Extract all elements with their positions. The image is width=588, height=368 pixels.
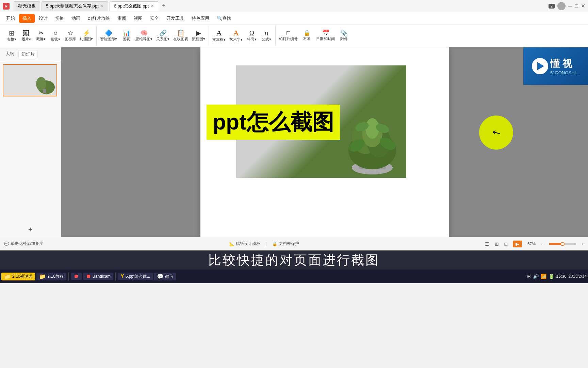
attach-button[interactable]: 📎 附件	[337, 29, 351, 42]
toolbar-group-slidenum: □ 幻灯片编号 🔒 对象 📅 日期和时间 📎 附件	[276, 26, 353, 46]
menu-insert[interactable]: 插入	[19, 14, 35, 23]
bandicam-icon: ⏺	[86, 273, 91, 279]
tab-ppt5[interactable]: 5.ppt录制视频怎么保存.ppt ✕	[42, 1, 108, 11]
menu-view[interactable]: 视图	[130, 14, 146, 23]
menu-animation[interactable]: 动画	[68, 14, 84, 23]
window-controls: 2 ─ □ ✕	[549, 2, 585, 10]
taskbar-item-tutorial[interactable]: 📁 2.10教程	[36, 273, 66, 280]
svg-rect-2	[43, 89, 46, 93]
design-status: 📐 稿纸设计模板	[229, 241, 260, 247]
online-chart-button[interactable]: 📋 在线图表	[172, 29, 190, 42]
menu-search[interactable]: 🔍查找	[213, 14, 234, 23]
screenshot-label: 截屏▾	[36, 36, 46, 42]
taskbar-item-wechat[interactable]: 💬 微信	[154, 273, 176, 280]
sidebar-tab-slides[interactable]: 幻灯片	[18, 50, 38, 58]
add-slide-button[interactable]: +	[28, 225, 33, 234]
zoom-in-button[interactable]: +	[582, 242, 584, 246]
view-grid-icon[interactable]: ⊞	[495, 241, 499, 247]
menu-transition[interactable]: 切换	[52, 14, 67, 23]
menu-special[interactable]: 特色应用	[188, 14, 213, 23]
close-icon[interactable]: ✕	[581, 3, 585, 9]
flowchart-icon: ▶	[196, 30, 201, 36]
datetime-button[interactable]: 📅 日期和时间	[315, 29, 336, 42]
tab-template[interactable]: 稻壳模板	[14, 1, 40, 11]
app-body: 大纲 幻灯片 +	[0, 47, 588, 237]
record-icon-1: ⏺	[74, 273, 79, 279]
chart-button[interactable]: 📊 图表	[119, 29, 133, 42]
folder-yellow-icon: 📁	[4, 273, 11, 280]
table-icon: ⊞	[9, 30, 15, 36]
image-button[interactable]: 🖼 图片▾	[19, 29, 33, 43]
ribbon: 开始 插入 设计 切换 动画 幻灯片放映 审阅 视图 安全 开发工具 特色应用 …	[0, 12, 588, 47]
play-button[interactable]: ▶	[513, 241, 522, 247]
tab-template-label: 稻壳模板	[18, 3, 36, 9]
arttext-button[interactable]: A 艺术字▾	[228, 29, 244, 43]
table-button[interactable]: ⊞ 表格▾	[5, 29, 18, 43]
textbox-label: 文本框▾	[212, 37, 226, 42]
funcmap-button[interactable]: ⚡ 功能图▾	[78, 29, 94, 42]
relation-button[interactable]: 🔗 关系图▾	[155, 29, 171, 42]
object-button[interactable]: 🔒 对象	[300, 30, 314, 42]
mindmap-icon: 🧠	[140, 30, 148, 36]
zoom-out-button[interactable]: −	[541, 242, 543, 246]
view-normal-icon[interactable]: ☰	[485, 241, 489, 247]
brand-text: 懂 视 51DONGSHI...	[550, 57, 579, 75]
menu-developer[interactable]: 开发工具	[163, 14, 187, 23]
slidenum-button[interactable]: □ 幻灯片编号	[278, 29, 299, 42]
protection-icon: 🔓	[272, 242, 277, 246]
attach-label: 附件	[340, 36, 348, 42]
comment-icon: 💬	[4, 242, 9, 246]
tab-ppt6[interactable]: 6.ppt怎么截图.ppt ✕	[110, 1, 159, 11]
minimize-icon[interactable]: ─	[568, 3, 572, 9]
user-avatar[interactable]	[557, 2, 566, 10]
zoom-slider[interactable]	[549, 243, 576, 245]
symbol-button[interactable]: Ω 符号▾	[245, 29, 259, 43]
menu-slideshow[interactable]: 幻灯片放映	[84, 14, 113, 23]
sidebar: 大纲 幻灯片 +	[0, 47, 61, 237]
tab-ppt6-close[interactable]: ✕	[151, 4, 154, 8]
add-note-area[interactable]: 💬 单击此处添加备注	[4, 241, 43, 247]
iconlib-button[interactable]: ☆ 图标库	[63, 29, 77, 42]
taskbar-item-ppt[interactable]: Y 6.ppt怎么截...	[118, 273, 153, 280]
mindmap-label: 思维导图▾	[135, 36, 152, 42]
flowchart-button[interactable]: ▶ 流程图▾	[191, 29, 207, 42]
zoom-handle[interactable]	[560, 242, 565, 246]
slide-title-text: ppt怎么截图	[213, 107, 334, 137]
toolbar-row-diagram: 🔷 智能图形▾ 📊 图表 🧠 思维导图▾ 🔗 关系图▾ 📋 在线图	[99, 29, 207, 42]
view-present-icon[interactable]: □	[504, 241, 507, 247]
sidebar-tab-outline[interactable]: 大纲	[3, 50, 17, 58]
menu-review[interactable]: 审阅	[114, 14, 130, 23]
tab-ppt5-close[interactable]: ✕	[101, 4, 104, 9]
slide-thumbnail-1[interactable]	[3, 64, 57, 96]
yellow-cursor-indicator: ↖	[479, 116, 513, 150]
sys-icon-1: ⊞	[527, 274, 531, 279]
menu-start[interactable]: 开始	[3, 14, 18, 23]
screenshot-button[interactable]: ✂ 截屏▾	[34, 29, 48, 42]
canvas-area: 懂 视 51DONGSHI...	[61, 47, 588, 237]
chart-label: 图表	[122, 36, 130, 42]
wechat-icon: 💬	[157, 273, 164, 280]
brand-chinese-text: 懂 视	[550, 57, 579, 70]
toolbar-group-diagram: 🔷 智能图形▾ 📊 图表 🧠 思维导图▾ 🔗 关系图▾ 📋 在线图	[97, 26, 209, 46]
smart-diagram-button[interactable]: 🔷 智能图形▾	[99, 29, 118, 42]
mindmap-button[interactable]: 🧠 思维导图▾	[134, 29, 154, 42]
toolbar-row: ⊞ 表格▾ 🖼 图片▾ ✂ 截屏▾ ○ 形状▾ ☆ 图标库	[5, 29, 94, 43]
menu-design[interactable]: 设计	[35, 14, 51, 23]
maximize-icon[interactable]: □	[575, 3, 578, 9]
brand-play-icon	[537, 62, 544, 70]
folder-dark-icon: 📁	[39, 273, 46, 280]
new-tab-button[interactable]: +	[160, 2, 168, 10]
shape-button[interactable]: ○ 形状▾	[49, 29, 62, 43]
slide-list	[0, 61, 61, 223]
formula-button[interactable]: π 公式▾	[260, 29, 273, 43]
menu-security[interactable]: 安全	[147, 14, 162, 23]
textbox-button[interactable]: A 文本框▾	[211, 29, 227, 43]
menu-bar: 开始 插入 设计 切换 动画 幻灯片放映 审阅 视图 安全 开发工具 特色应用 …	[0, 12, 588, 25]
taskbar-item-notes[interactable]: 📁 2.10视说词	[1, 273, 35, 280]
plant-svg	[338, 93, 406, 178]
sys-icon-2: 🔊	[533, 274, 539, 279]
taskbar-item-bandicam[interactable]: ⏺ Bandicam	[83, 273, 113, 280]
taskbar-item-record1[interactable]: ⏺	[71, 273, 82, 280]
table-label: 表格▾	[7, 37, 16, 42]
funcmap-label: 功能图▾	[80, 36, 93, 42]
